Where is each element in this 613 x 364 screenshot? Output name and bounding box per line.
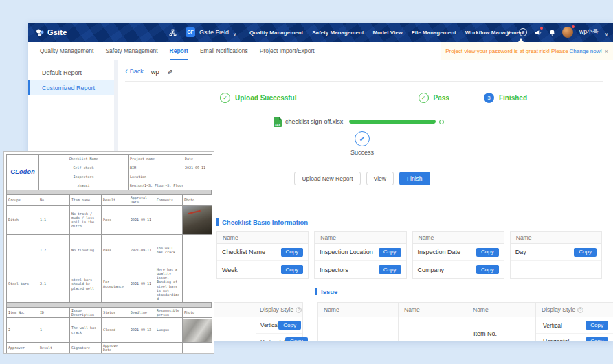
nav-quality-management[interactable]: Quality Management (249, 30, 303, 36)
sidebar-item-customized-report[interactable]: Customized Report (28, 80, 114, 95)
info-icon[interactable] (296, 307, 302, 313)
step-connector (454, 98, 479, 98)
title-bar (216, 218, 219, 226)
change-now-link[interactable]: Change now! (570, 48, 602, 54)
field-label: Checklist Name (222, 249, 265, 255)
password-warning-banner: Project view your password is at great r… (441, 42, 613, 60)
column-header: Name (413, 232, 504, 244)
copy-button[interactable]: Copy (379, 265, 401, 274)
basic-info-table: Name Checklist Name Copy Week Copy Name … (216, 231, 602, 279)
field-label: Inspection Date (418, 249, 461, 255)
tabs: Quality Management Safety Management Rep… (40, 42, 315, 60)
style-row: Vertical Copy (256, 317, 302, 333)
column-header: Name (511, 232, 601, 244)
sidebar-item-default-report[interactable]: Default Report (28, 65, 114, 80)
page-header: Back wp (125, 65, 172, 78)
header-divider (125, 81, 603, 82)
tab-quality-management[interactable]: Quality Management (40, 42, 93, 60)
field-row: Week Copy (217, 261, 308, 278)
project-switcher[interactable]: GF Gsite Field (169, 23, 236, 42)
copy-button[interactable]: Copy (285, 337, 308, 342)
tab-project-import-export[interactable]: Project Import/Export (260, 42, 315, 60)
file-name: checklist sign-off.xlsx (285, 118, 343, 125)
screen: Gsite GF Gsite Field Quality Management … (0, 0, 613, 364)
tab-report[interactable]: Report (170, 42, 188, 60)
issue-display-style-column: Display Style Vertical Copy Horizontal C… (535, 303, 613, 341)
field-row: Inspection Date Copy (413, 244, 504, 261)
preview-data-row: zhaoxiAgree2021-09-25 (7, 353, 212, 354)
divider (181, 28, 181, 37)
copy-button[interactable]: Copy (278, 321, 301, 330)
preview-header-row: GroupsNo.Item nameResultApproval DateCom… (7, 195, 212, 206)
copy-button[interactable]: Copy (476, 265, 499, 274)
finish-button[interactable]: Finish (399, 172, 430, 185)
uploaded-file-row: XLS checklist sign-off.xlsx (274, 115, 444, 128)
upload-progress-bar (349, 120, 436, 124)
user-avatar[interactable] (562, 27, 573, 38)
username[interactable]: wp小号 (579, 28, 599, 36)
nav-safety-management[interactable]: Safety Management (312, 30, 364, 36)
field-row: Day Copy (511, 244, 601, 261)
preview-header-table: GLodon Checklist Name Project name Date … (6, 154, 212, 190)
notification-dot (540, 27, 543, 30)
copy-button[interactable]: Copy (379, 248, 401, 257)
upload-stepper: Upload Successful Pass 3 Finished (220, 91, 527, 104)
copy-button[interactable]: Copy (574, 248, 597, 257)
basic-info-title: Checklist Basic Information (216, 218, 308, 226)
field-row: Company Copy (413, 261, 504, 278)
copy-button[interactable]: Copy (586, 337, 608, 342)
report-title: wp (151, 68, 159, 76)
field-label: Day (515, 249, 526, 255)
copy-button[interactable]: Copy (586, 321, 608, 330)
preview-header-row: Item No.IDIssue DescriptionStatusDeadlin… (7, 307, 212, 318)
back-button[interactable]: Back (125, 68, 144, 75)
style-row: Horizontal Copy (536, 333, 613, 341)
step2-label: Pass (434, 94, 449, 102)
copy-button[interactable]: Copy (281, 248, 304, 257)
user-menu-chevron-icon[interactable] (605, 26, 608, 38)
step3-number-icon: 3 (484, 93, 494, 103)
issue-column-2: Name (398, 303, 467, 341)
style-row: Horizontal Copy (256, 333, 302, 341)
construction-photo (183, 206, 212, 234)
tab-email-notifications[interactable]: Email Notifications (200, 42, 248, 60)
help-icon[interactable] (519, 28, 527, 36)
nav-model-view[interactable]: Model View (372, 30, 402, 36)
gsite-logo[interactable]: Gsite (36, 23, 67, 42)
progress-complete-dot (439, 120, 444, 124)
project-name[interactable]: Gsite Field (199, 29, 229, 36)
view-button[interactable]: View (366, 172, 394, 185)
step1-label: Upload Successful (235, 94, 296, 102)
copy-button[interactable]: Copy (281, 265, 304, 274)
close-icon[interactable]: × (605, 48, 608, 55)
field-label: Inspectors (320, 266, 348, 273)
preview-data-row: Ditch1.1No trash / muds / loss soil in t… (7, 205, 212, 234)
announcement-icon[interactable] (533, 28, 542, 36)
upload-new-report-button[interactable]: Upload New Report (294, 172, 360, 185)
issue-title: Issue (315, 288, 337, 295)
org-structure-icon[interactable] (169, 29, 177, 36)
copy-button[interactable]: Copy (476, 248, 499, 257)
column-header: Name (467, 303, 535, 317)
top-navbar: Gsite GF Gsite Field Quality Management … (28, 23, 613, 42)
edit-pencil-icon[interactable] (167, 65, 172, 78)
gsite-logo-icon (36, 28, 45, 37)
glodon-logo: GLodon (7, 155, 39, 190)
crack-photo (183, 319, 212, 342)
field-label: Company (418, 266, 445, 273)
field-label: Inspection Location (320, 249, 373, 255)
notification-bell-icon[interactable] (548, 28, 556, 36)
title-bar (315, 288, 317, 295)
step-connector (301, 98, 413, 98)
info-icon[interactable] (577, 307, 583, 313)
collapse-chevron-icon[interactable] (504, 28, 513, 36)
column-header: Name (399, 303, 467, 317)
field-row: Inspectors Copy (315, 261, 405, 278)
tab-safety-management[interactable]: Safety Management (105, 42, 157, 60)
basic-info-column-2: Name Inspection Location Copy Inspectors… (314, 231, 406, 279)
nav-file-management[interactable]: File Management (412, 30, 456, 36)
xls-file-icon: XLS (274, 117, 282, 127)
preview-check-table: GroupsNo.Item nameResultApproval DateCom… (6, 194, 212, 303)
success-check-icon (355, 131, 370, 146)
success-label: Success (328, 149, 397, 156)
